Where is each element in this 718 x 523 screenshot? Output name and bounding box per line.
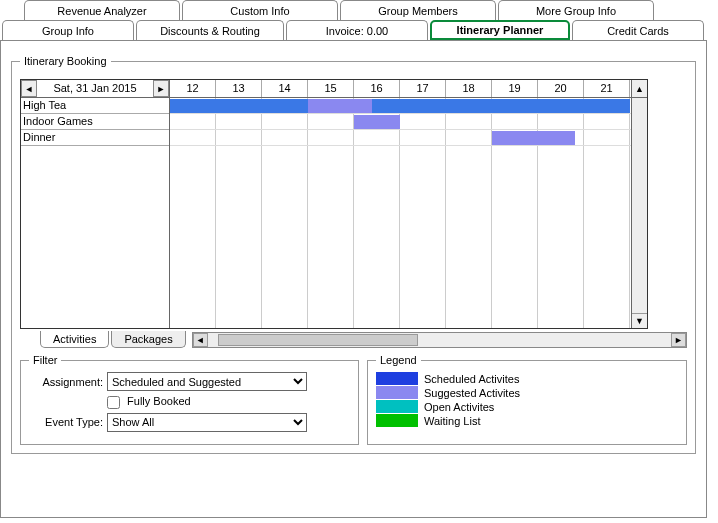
hour-header: 18 (446, 80, 492, 97)
scroll-down-button[interactable]: ▼ (632, 313, 647, 328)
scheduled-bar[interactable] (170, 99, 630, 113)
tab-discounts-routing[interactable]: Discounts & Routing (136, 20, 284, 40)
hscroll-left-button[interactable]: ◄ (193, 333, 208, 347)
tab-group-info[interactable]: Group Info (2, 20, 134, 40)
fully-booked-checkbox[interactable] (107, 396, 120, 409)
tab-credit-cards[interactable]: Credit Cards (572, 20, 704, 40)
fully-booked-text: Fully Booked (127, 395, 191, 407)
legend-label: Scheduled Activites (418, 373, 678, 385)
scroll-up-button[interactable]: ▲ (631, 80, 647, 97)
hscroll-thumb[interactable] (218, 334, 418, 346)
legend-label: Open Activites (418, 401, 678, 413)
legend-swatch (376, 386, 418, 399)
fully-booked-checkbox-label[interactable]: Fully Booked (107, 395, 191, 409)
legend-label: Suggested Activites (418, 387, 678, 399)
tab-revenue-analyzer[interactable]: Revenue Analyzer (24, 0, 180, 20)
filter-group: Filter Assignment: Scheduled and Suggest… (20, 354, 359, 445)
date-prev-button[interactable]: ◄ (21, 80, 37, 97)
legend-label: Waiting List (418, 415, 678, 427)
itinerary-booking-title: Itinerary Booking (20, 55, 111, 67)
activity-row-label[interactable]: High Tea (21, 98, 169, 114)
suggested-bar[interactable] (308, 99, 372, 113)
suggested-bar[interactable] (354, 115, 400, 129)
subtab-activities[interactable]: Activities (40, 331, 109, 348)
hour-header: 21 (584, 80, 630, 97)
gantt-chart: ◄ Sat, 31 Jan 2015 ► 1213141516171819202… (20, 79, 648, 329)
suggested-bar[interactable] (492, 131, 575, 145)
date-label: Sat, 31 Jan 2015 (37, 80, 153, 97)
legend-title: Legend (376, 354, 421, 366)
activity-row-label[interactable]: Indoor Games (21, 114, 169, 130)
itinerary-booking-group: Itinerary Booking ◄ Sat, 31 Jan 2015 ► 1… (11, 55, 696, 454)
date-next-button[interactable]: ► (153, 80, 169, 97)
hour-header: 14 (262, 80, 308, 97)
legend-swatch (376, 372, 418, 385)
event-type-select[interactable]: Show All (107, 413, 307, 432)
hscroll-right-button[interactable]: ► (671, 333, 686, 347)
legend-swatch (376, 414, 418, 427)
vertical-scrollbar[interactable]: ▼ (631, 98, 647, 328)
hour-header: 19 (492, 80, 538, 97)
filter-title: Filter (29, 354, 61, 366)
tab-group-members[interactable]: Group Members (340, 0, 496, 20)
hour-header: 17 (400, 80, 446, 97)
hour-header: 15 (308, 80, 354, 97)
hour-header: 13 (216, 80, 262, 97)
hour-header: 20 (538, 80, 584, 97)
tab-itinerary-planner[interactable]: Itinerary Planner (430, 20, 570, 40)
content-panel: Itinerary Booking ◄ Sat, 31 Jan 2015 ► 1… (0, 40, 707, 518)
tab-invoice[interactable]: Invoice: 0.00 (286, 20, 428, 40)
assignment-label: Assignment: (29, 376, 107, 388)
legend-swatch (376, 400, 418, 413)
event-type-label: Event Type: (29, 416, 107, 428)
hour-header: 16 (354, 80, 400, 97)
subtab-packages[interactable]: Packages (111, 331, 185, 348)
assignment-select[interactable]: Scheduled and Suggested (107, 372, 307, 391)
horizontal-scrollbar[interactable]: ◄ ► (192, 332, 687, 348)
activity-row-label[interactable]: Dinner (21, 130, 169, 146)
tab-more-group-info[interactable]: More Group Info (498, 0, 654, 20)
legend-group: Legend Scheduled ActivitesSuggested Acti… (367, 354, 687, 445)
tab-custom-info[interactable]: Custom Info (182, 0, 338, 20)
hour-header: 12 (170, 80, 216, 97)
